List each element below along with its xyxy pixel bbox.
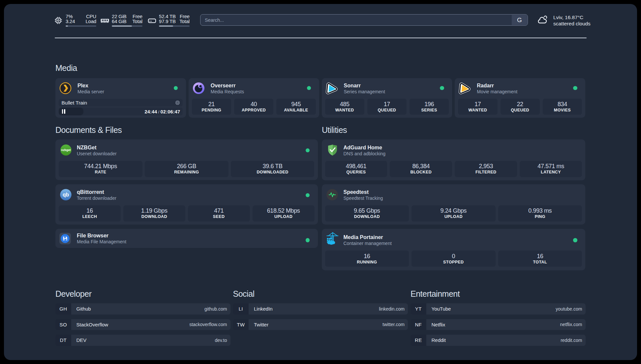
svg-text:nzbget: nzbget — [61, 148, 71, 152]
svg-text:qb: qb — [63, 192, 69, 197]
